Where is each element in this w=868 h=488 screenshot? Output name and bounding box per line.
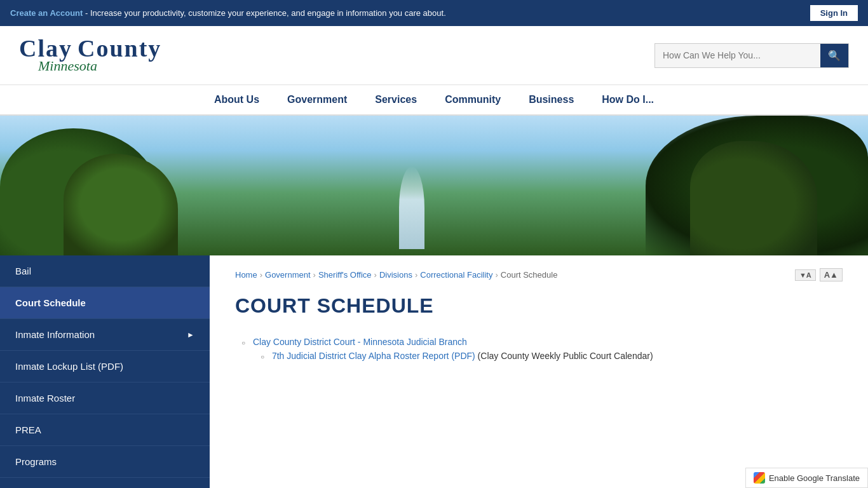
main-content: Bail Court Schedule Inmate Information ►… xyxy=(0,255,868,488)
breadcrumb-correctional-facility[interactable]: Correctional Facility xyxy=(420,270,492,280)
nav-about-us[interactable]: About Us xyxy=(200,85,273,114)
list-item: Clay County District Court - Minnesota J… xyxy=(241,337,843,361)
font-size-controls: ▼A A▲ xyxy=(795,268,843,281)
sidebar-label-court-schedule: Court Schedule xyxy=(15,297,86,308)
sidebar-item-inmate-lockup[interactable]: Inmate Lockup List (PDF) xyxy=(0,351,210,383)
create-account-link[interactable]: Create an Account xyxy=(10,8,83,18)
top-bar-tagline: - Increase your productivity, customize … xyxy=(85,8,446,18)
translate-label: Enable Google Translate xyxy=(769,473,860,483)
logo-county: County xyxy=(78,36,161,60)
district-court-link[interactable]: Clay County District Court - Minnesota J… xyxy=(253,337,467,347)
breadcrumb-sep-1: › xyxy=(260,270,262,280)
sidebar: Bail Court Schedule Inmate Information ►… xyxy=(0,255,210,488)
breadcrumb-nav: Home › Government › Sheriff's Office › D… xyxy=(235,270,557,280)
breadcrumb-sep-3: › xyxy=(374,270,377,280)
chevron-right-icon: ► xyxy=(187,330,194,339)
breadcrumb-current: Court Schedule xyxy=(501,270,558,280)
breadcrumb-government[interactable]: Government xyxy=(265,270,311,280)
sidebar-item-prea[interactable]: PREA xyxy=(0,414,210,446)
logo-minnesota: Minnesota xyxy=(19,58,161,74)
breadcrumb-sep-5: › xyxy=(495,270,498,280)
page-title: COURT SCHEDULE xyxy=(235,294,843,318)
font-decrease-button[interactable]: ▼A xyxy=(795,269,816,281)
search-input[interactable] xyxy=(655,45,820,65)
breadcrumb: Home › Government › Sheriff's Office › D… xyxy=(235,268,843,281)
court-schedule-sublist: 7th Judicial District Clay Alpha Roster … xyxy=(241,351,843,361)
site-header: Clay County Minnesota 🔍 xyxy=(0,26,868,85)
nav-business[interactable]: Business xyxy=(515,85,588,114)
sidebar-item-bail[interactable]: Bail xyxy=(0,255,210,287)
search-button[interactable]: 🔍 xyxy=(820,44,848,67)
nav-community[interactable]: Community xyxy=(431,85,515,114)
google-icon xyxy=(754,472,765,484)
judicial-report-link[interactable]: 7th Judicial District Clay Alpha Roster … xyxy=(272,351,475,361)
report-note: (Clay County Weekly Public Court Calenda… xyxy=(478,351,653,361)
google-translate-widget[interactable]: Enable Google Translate xyxy=(745,468,868,488)
nav-how-do-i[interactable]: How Do I... xyxy=(588,85,668,114)
sidebar-item-programs[interactable]: Programs xyxy=(0,446,210,478)
sidebar-item-court-schedule[interactable]: Court Schedule xyxy=(0,287,210,319)
breadcrumb-divisions[interactable]: Divisions xyxy=(379,270,412,280)
sidebar-label-inmate-roster: Inmate Roster xyxy=(15,393,75,403)
sign-in-button[interactable]: Sign In xyxy=(810,5,858,21)
page-content-area: Home › Government › Sheriff's Office › D… xyxy=(210,255,868,488)
nav-services[interactable]: Services xyxy=(361,85,431,114)
list-subitem: 7th Judicial District Clay Alpha Roster … xyxy=(261,351,843,361)
sidebar-item-inmate-roster[interactable]: Inmate Roster xyxy=(0,383,210,414)
top-bar: Create an Account - Increase your produc… xyxy=(0,0,868,26)
court-schedule-list: Clay County District Court - Minnesota J… xyxy=(235,337,843,361)
hero-image xyxy=(0,116,868,255)
site-logo[interactable]: Clay County Minnesota xyxy=(19,36,161,74)
font-increase-button[interactable]: A▲ xyxy=(820,268,843,281)
breadcrumb-sep-2: › xyxy=(313,270,316,280)
sidebar-label-programs: Programs xyxy=(15,456,57,467)
nav-government[interactable]: Government xyxy=(273,85,361,114)
sidebar-label-inmate-lockup: Inmate Lockup List (PDF) xyxy=(15,361,123,372)
search-box: 🔍 xyxy=(654,43,849,68)
top-bar-message: Create an Account - Increase your produc… xyxy=(10,8,446,18)
logo-clay: Clay xyxy=(19,36,72,60)
sidebar-item-public-fingerprinting[interactable]: Public Fingerprinting xyxy=(0,478,210,488)
sidebar-label-inmate-information: Inmate Information xyxy=(15,329,95,340)
sidebar-label-prea: PREA xyxy=(15,424,41,435)
breadcrumb-home[interactable]: Home xyxy=(235,270,257,280)
sidebar-item-inmate-information[interactable]: Inmate Information ► xyxy=(0,319,210,351)
breadcrumb-sep-4: › xyxy=(415,270,417,280)
breadcrumb-sheriffs-office[interactable]: Sheriff's Office xyxy=(318,270,372,280)
main-nav: About Us Government Services Community B… xyxy=(0,85,868,116)
sidebar-label-bail: Bail xyxy=(15,266,31,276)
